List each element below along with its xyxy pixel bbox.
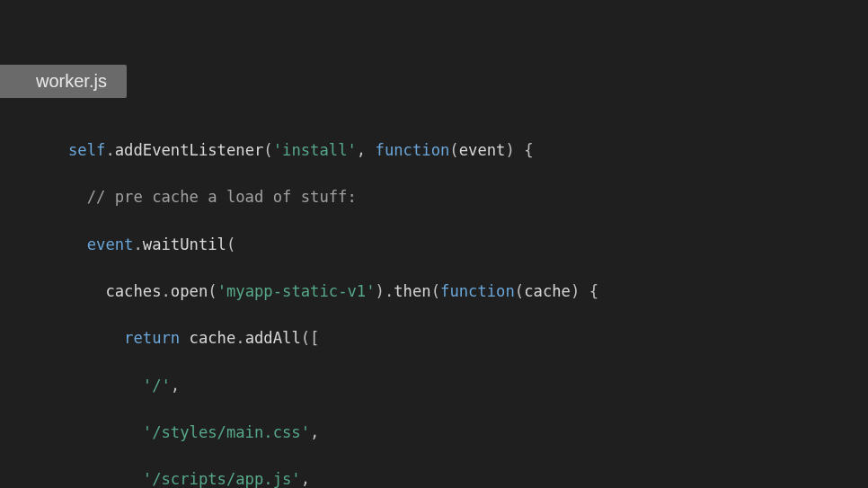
code-line: // pre cache a load of stuff: <box>68 185 607 209</box>
code-line: '/', <box>68 374 607 397</box>
code-line: '/styles/main.css', <box>68 421 607 444</box>
code-line: event.waitUntil( <box>68 233 607 256</box>
file-tab[interactable]: worker.js <box>0 65 127 98</box>
code-line: self.addEventListener('install', functio… <box>68 138 607 162</box>
code-line: caches.open('myapp-static-v1').then(func… <box>68 279 607 303</box>
code-editor[interactable]: self.addEventListener('install', functio… <box>68 115 607 488</box>
code-line: return cache.addAll([ <box>68 326 607 350</box>
file-tab-label: worker.js <box>36 71 107 91</box>
code-line: '/scripts/app.js', <box>68 467 607 488</box>
